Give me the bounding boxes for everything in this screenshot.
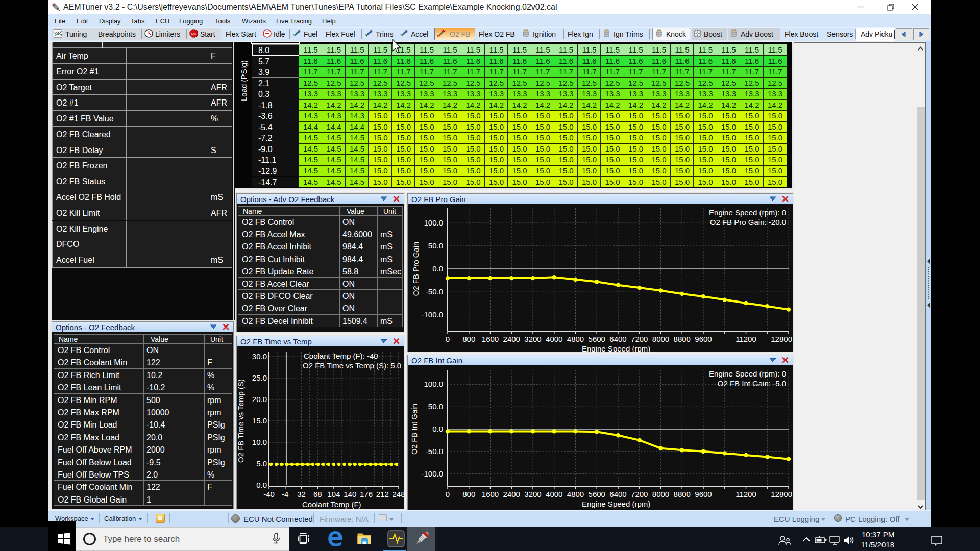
svg-text:O2: O2 <box>442 29 445 32</box>
svg-text:STA: STA <box>191 32 197 35</box>
svg-text:FB: FB <box>437 35 440 38</box>
